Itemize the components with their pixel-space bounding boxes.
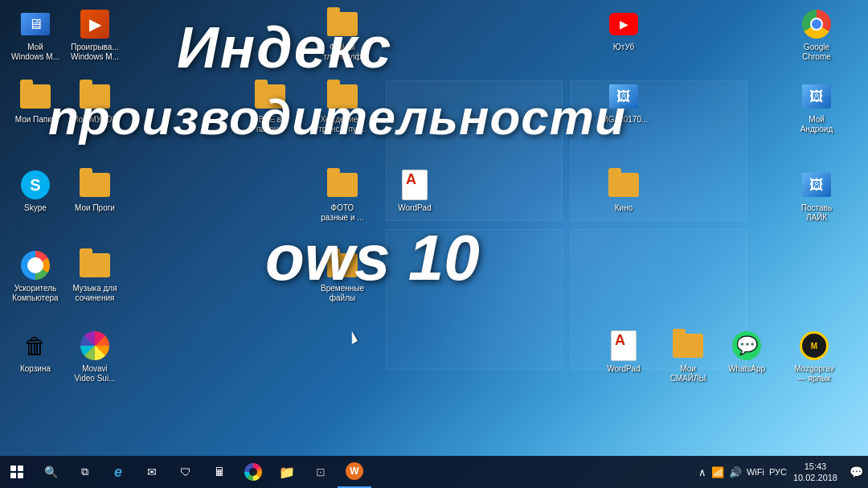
icon-media-player[interactable]: ▶ Проигрыва...Windows M... xyxy=(66,8,124,63)
icon-mozgo[interactable]: M Mozgoprav— ярлык xyxy=(785,330,843,384)
icon-google-chrome[interactable]: GoogleChrome xyxy=(788,8,845,63)
icon-speedometer[interactable]: УскорительКомпьютера xyxy=(6,249,64,304)
icon-my-computer[interactable]: 🖥 МойWindows M... xyxy=(6,8,64,63)
calculator-button[interactable]: 🖩 xyxy=(203,456,236,488)
icon-smiles[interactable]: МоиСМАЙЛЫ xyxy=(659,330,717,384)
overlay-windows: ows 10 xyxy=(265,221,480,295)
mail-button[interactable]: ✉ xyxy=(135,456,169,488)
icon-wordpad[interactable]: WordPad xyxy=(386,169,444,214)
taskbar: 🔍 ⧉ e ✉ 🛡 🖩 📁 xyxy=(0,456,868,488)
movavi-taskbar-button[interactable] xyxy=(236,456,270,488)
language-indicator[interactable]: РУС xyxy=(769,467,787,477)
icon-my-android[interactable]: 🖼 МойАндроид xyxy=(788,80,845,135)
overlay-title: Индекс xyxy=(177,16,392,80)
shield-button[interactable]: 🛡 xyxy=(169,456,203,488)
task-view-button[interactable]: ⧉ xyxy=(68,456,101,488)
icon-whatsapp[interactable]: 💬 WhatsApp xyxy=(718,330,776,375)
icon-music-compose[interactable]: Музыка длясочинения xyxy=(66,249,124,304)
clock-time: 15:43 xyxy=(793,461,837,472)
icon-skype[interactable]: S Skype xyxy=(6,169,64,214)
volume-icon[interactable]: 🔊 xyxy=(729,466,742,478)
edge-button[interactable]: e xyxy=(101,456,135,488)
notification-center-button[interactable]: 💬 xyxy=(844,456,868,488)
icon-wordpad2[interactable]: WordPad xyxy=(595,330,653,375)
taskbar-clock[interactable]: 15:43 10.02.2018 xyxy=(787,461,844,484)
icon-post-like[interactable]: 🖼 ПоставьЛАЙК xyxy=(788,169,845,223)
network-icon[interactable]: 📶 xyxy=(711,466,724,478)
icon-recycle[interactable]: 🗑 Корзина xyxy=(6,330,64,375)
active-app-button[interactable]: W xyxy=(338,456,371,488)
wifi-icon[interactable]: WiFi xyxy=(747,467,764,477)
search-button[interactable]: 🔍 xyxy=(34,456,68,488)
icon-youtube[interactable]: ▶ ЮтУб xyxy=(595,8,653,53)
start-icon xyxy=(10,465,23,478)
start-button[interactable] xyxy=(0,456,34,488)
file-explorer-button[interactable]: 📁 xyxy=(270,456,304,488)
icon-kino[interactable]: Кино xyxy=(595,169,653,214)
tablet-button[interactable]: ⊡ xyxy=(304,456,338,488)
desktop: Индекс производительности ows 10 🖥 МойWi… xyxy=(0,0,868,488)
overlay-subtitle: производительности xyxy=(48,88,626,146)
system-tray: ∧ 📶 🔊 WiFi РУС xyxy=(698,466,787,478)
tray-up-arrow[interactable]: ∧ xyxy=(698,466,706,478)
icon-my-programs[interactable]: Мои Проги xyxy=(66,169,124,214)
icon-movavi[interactable]: MovaviVideo Sui... xyxy=(66,330,124,384)
icon-photo-folder[interactable]: ФОТОразные и ... xyxy=(313,169,371,223)
clock-date: 10.02.2018 xyxy=(793,472,837,483)
